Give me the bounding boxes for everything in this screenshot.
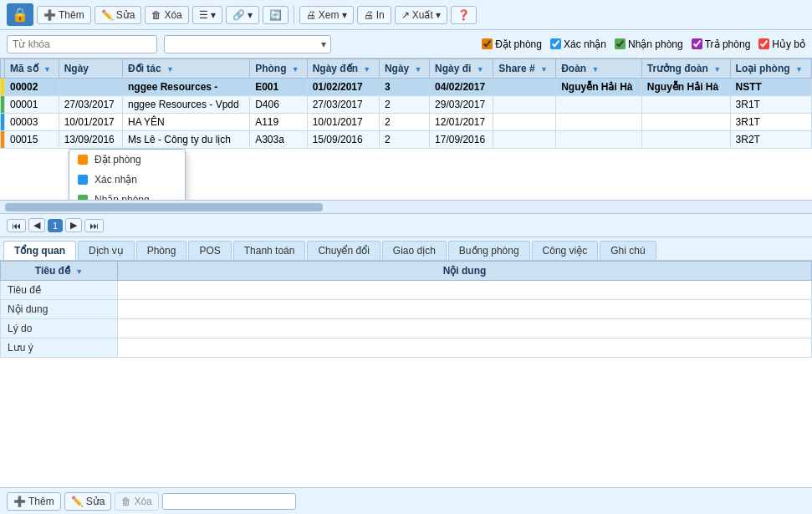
cell-doi-tac: nggee Resources - Vpdd: [122, 96, 249, 114]
link-button[interactable]: 🔗 ▾: [226, 6, 259, 24]
cell-ngay-di: 29/03/2017: [430, 96, 493, 114]
huy-bo-checkbox[interactable]: [758, 38, 769, 49]
help-button[interactable]: ❓: [451, 6, 477, 24]
xac-nhan-checkbox[interactable]: [550, 38, 561, 49]
xuat-button[interactable]: ↗ Xuất ▾: [395, 6, 447, 24]
cell-ngay: 13/09/2016: [59, 131, 122, 149]
tab-dich_vu[interactable]: Dịch vụ: [78, 241, 135, 260]
filter-huy-bo[interactable]: Hủy bỏ: [758, 38, 805, 50]
menu-button[interactable]: ☰ ▾: [192, 6, 222, 24]
trash-icon: 🗑: [121, 496, 131, 507]
cell-loai-phong: NSTT: [730, 79, 811, 96]
cell-ngay-den: 10/01/2017: [307, 114, 379, 131]
filter-tra-phong[interactable]: Trả phòng: [692, 38, 751, 50]
detail-area: Tiêu đề ▼ Nội dung Tiêu đề Nội dung Lý d…: [0, 261, 812, 487]
nhan-phong-checkbox[interactable]: [615, 38, 626, 49]
bottom-input[interactable]: [162, 493, 296, 510]
xoa-button[interactable]: 🗑 Xóa: [145, 6, 188, 24]
table-row[interactable]: 00001 27/03/2017 nggee Resources - Vpdd …: [1, 96, 812, 114]
dropdown-item-nhan_phong[interactable]: Nhận phòng: [69, 190, 185, 201]
tab-thanh_toan[interactable]: Thanh toán: [233, 241, 306, 260]
col-ngay-di: Ngày đi ▼: [430, 59, 493, 79]
nhan-phong-label: Nhận phòng: [628, 38, 683, 50]
tab-ghi_chu[interactable]: Ghi chú: [600, 241, 656, 260]
sua-button[interactable]: ✏️ Sửa: [94, 6, 142, 24]
dat-phong-label: Đặt phòng: [495, 38, 542, 50]
detail-table: Tiêu đề ▼ Nội dung Tiêu đề Nội dung Lý d…: [0, 261, 812, 358]
tab-phong[interactable]: Phòng: [136, 241, 187, 260]
cell-truong-doan: Nguyễn Hải Hà: [641, 79, 730, 96]
tab-giao_dich[interactable]: Giao dịch: [382, 241, 447, 260]
col-truong-doan: Trưởng đoàn ▼: [641, 59, 730, 79]
table-row[interactable]: 00015 13/09/2016 Ms Lê - Công ty du lịch…: [1, 131, 812, 149]
in-button[interactable]: 🖨 In: [357, 6, 391, 24]
filter-dat-phong[interactable]: Đặt phòng: [482, 38, 542, 50]
filter-icon[interactable]: ▼: [415, 65, 422, 74]
cell-ngay-count: 2: [379, 131, 429, 149]
cell-loai-phong: 3R1T: [730, 96, 811, 114]
detail-label: Nội dung: [1, 300, 118, 319]
xac-nhan-label: Xác nhận: [564, 38, 606, 50]
cell-ma-so: 00015: [5, 131, 59, 149]
help-icon: ❓: [457, 9, 470, 21]
tab-tong_quan[interactable]: Tổng quan: [3, 241, 76, 260]
cell-ngay-count: 2: [379, 96, 429, 114]
filter-icon[interactable]: ▼: [540, 65, 548, 74]
bottom-them-button[interactable]: ➕ Thêm: [7, 492, 61, 511]
filter-icon[interactable]: ▼: [43, 65, 51, 74]
menu-icon: ☰: [199, 9, 208, 21]
col-ma-so: Mã số ▼: [5, 59, 59, 79]
scroll-thumb[interactable]: [5, 203, 323, 211]
filter-icon[interactable]: ▼: [166, 65, 174, 74]
filter-icon[interactable]: ▼: [713, 65, 721, 74]
user-select[interactable]: [164, 35, 331, 53]
filter-icon[interactable]: ▼: [591, 65, 599, 74]
data-table-container: Mã số ▼ Ngày Đối tác ▼ Phòng ▼ Ngày đến …: [0, 59, 812, 201]
prev-page-button[interactable]: ◀: [28, 218, 45, 232]
separator: [294, 6, 294, 24]
filter-xac-nhan[interactable]: Xác nhận: [550, 38, 606, 50]
huy-bo-label: Hủy bỏ: [772, 38, 805, 50]
col-loai-phong: Loại phòng ▼: [730, 59, 811, 79]
filter-icon[interactable]: ▼: [292, 65, 299, 74]
status-color-dot: [78, 175, 88, 185]
bottom-sua-button[interactable]: ✏️ Sửa: [64, 492, 112, 511]
filter-icon[interactable]: ▼: [795, 65, 803, 74]
filter-icon[interactable]: ▼: [477, 65, 484, 74]
them-button[interactable]: ➕ Thêm: [37, 6, 91, 24]
cell-truong-doan: [641, 96, 730, 114]
tra-phong-checkbox[interactable]: [692, 38, 702, 49]
dropdown-item-xac_nhan[interactable]: Xác nhận: [69, 170, 185, 190]
dropdown-item-dat_phong[interactable]: Đặt phòng: [69, 150, 185, 170]
cell-ma-so: 00001: [5, 96, 59, 114]
logo-button[interactable]: 🔒: [7, 3, 33, 26]
horizontal-scrollbar[interactable]: [0, 201, 812, 214]
status-color-dot: [78, 155, 88, 165]
filter-icon[interactable]: ▼: [363, 65, 370, 74]
cell-doi-tac: Ms Lê - Công ty du lịch: [122, 131, 249, 149]
next-page-button[interactable]: ▶: [65, 218, 82, 232]
first-page-button[interactable]: ⏮: [7, 219, 26, 232]
tab-buong_phong[interactable]: Buồng phòng: [448, 241, 530, 260]
dat-phong-checkbox[interactable]: [482, 38, 493, 49]
keyword-input[interactable]: [7, 35, 157, 53]
bottom-toolbar: ➕ Thêm ✏️ Sửa 🗑 Xóa: [0, 487, 812, 514]
col-phong: Phòng ▼: [250, 59, 307, 79]
refresh-button[interactable]: 🔄: [263, 6, 289, 24]
filter-icon[interactable]: ▼: [75, 267, 83, 276]
xem-button[interactable]: 🖨 Xem ▾: [299, 6, 354, 24]
tab-pos[interactable]: POS: [188, 241, 231, 260]
detail-col-noi-dung: Nội dung: [118, 262, 812, 281]
col-share: Share # ▼: [493, 59, 556, 79]
detail-value: [118, 281, 812, 300]
tab-cong_viec[interactable]: Công việc: [532, 241, 599, 260]
last-page-button[interactable]: ⏭: [84, 219, 104, 232]
filter-nhan-phong[interactable]: Nhận phòng: [615, 38, 683, 50]
table-row[interactable]: 00002 nggee Resources - E001 01/02/2017 …: [1, 79, 812, 96]
current-page-button[interactable]: 1: [48, 219, 63, 232]
detail-row: Tiêu đề: [1, 281, 812, 300]
cell-ngay-count: 2: [379, 114, 429, 131]
dropdown-item-label: Xác nhận: [94, 174, 137, 186]
tab-chuyen_doi[interactable]: Chuyển đổi: [307, 241, 380, 260]
table-row[interactable]: 00003 10/01/2017 HA YÊN A119 10/01/2017 …: [1, 114, 812, 131]
